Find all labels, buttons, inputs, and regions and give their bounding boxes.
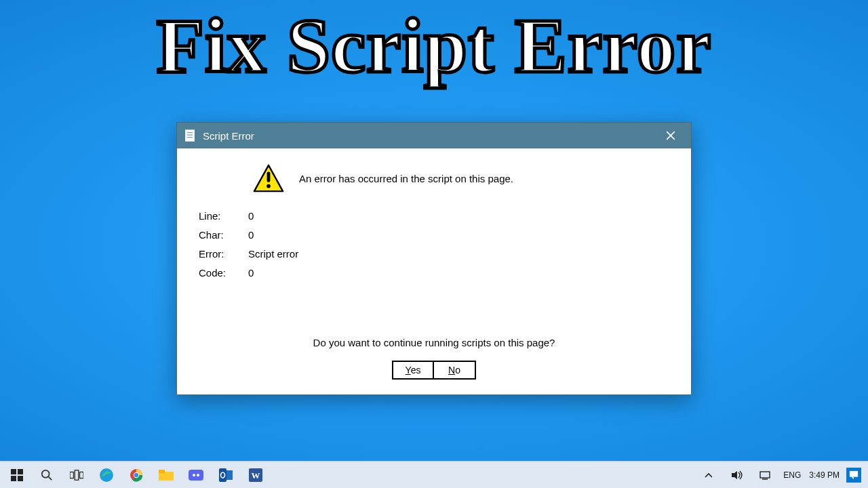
file-explorer-icon[interactable] bbox=[152, 462, 180, 489]
script-error-dialog: Script Error An error has occurred in th bbox=[176, 122, 692, 395]
headline-text: Fix Script Error bbox=[0, 7, 868, 85]
search-button[interactable] bbox=[33, 462, 61, 489]
svg-rect-35 bbox=[850, 470, 858, 476]
svg-point-18 bbox=[100, 468, 113, 482]
word-icon[interactable]: W bbox=[241, 462, 270, 489]
outlook-icon[interactable] bbox=[212, 462, 240, 489]
code-label: Code: bbox=[199, 264, 236, 283]
svg-rect-10 bbox=[18, 469, 23, 474]
task-view-button[interactable] bbox=[62, 462, 91, 489]
error-label: Error: bbox=[199, 245, 236, 264]
clock[interactable]: 3:49 PM bbox=[809, 470, 840, 480]
svg-point-26 bbox=[197, 474, 199, 476]
dialog-body: An error has occurred in the script on t… bbox=[177, 148, 691, 394]
error-details: Line: 0 Char: 0 Error: Script error Code… bbox=[199, 207, 673, 283]
svg-rect-15 bbox=[70, 472, 73, 478]
svg-rect-24 bbox=[189, 470, 203, 481]
desktop: Fix Script Error Script Error bbox=[0, 0, 868, 488]
svg-rect-17 bbox=[80, 472, 83, 478]
svg-rect-9 bbox=[11, 469, 16, 474]
svg-point-13 bbox=[42, 470, 50, 477]
svg-rect-33 bbox=[760, 472, 770, 478]
dialog-title: Script Error bbox=[203, 130, 657, 142]
action-center-icon[interactable] bbox=[846, 468, 861, 483]
svg-rect-12 bbox=[18, 476, 23, 481]
svg-rect-23 bbox=[159, 470, 165, 473]
svg-text:W: W bbox=[252, 470, 260, 481]
close-button[interactable] bbox=[657, 123, 684, 148]
svg-rect-28 bbox=[219, 468, 226, 482]
no-button[interactable]: No bbox=[434, 361, 476, 380]
svg-rect-7 bbox=[267, 171, 271, 182]
dialog-buttons: YesNo bbox=[195, 361, 673, 380]
chrome-icon[interactable] bbox=[122, 462, 151, 489]
tray-chevron-icon[interactable] bbox=[698, 462, 719, 489]
language-indicator[interactable]: ENG bbox=[783, 470, 801, 480]
svg-point-21 bbox=[134, 472, 138, 476]
taskbar[interactable]: W ENG 3:49 PM bbox=[0, 461, 868, 488]
char-label: Char: bbox=[199, 226, 236, 245]
svg-rect-11 bbox=[11, 476, 16, 481]
error-value: Script error bbox=[248, 245, 298, 264]
discord-icon[interactable] bbox=[182, 462, 210, 489]
line-label: Line: bbox=[199, 207, 236, 226]
svg-rect-0 bbox=[185, 129, 195, 142]
char-value: 0 bbox=[248, 226, 254, 245]
volume-icon[interactable] bbox=[726, 462, 748, 489]
svg-marker-36 bbox=[852, 476, 854, 479]
svg-marker-32 bbox=[732, 471, 737, 479]
continue-prompt: Do you want to continue running scripts … bbox=[195, 337, 673, 348]
line-value: 0 bbox=[248, 207, 254, 226]
svg-point-25 bbox=[193, 474, 195, 476]
start-button[interactable] bbox=[3, 462, 31, 489]
warning-icon bbox=[253, 163, 284, 193]
document-icon bbox=[184, 129, 196, 142]
yes-button[interactable]: Yes bbox=[392, 361, 434, 380]
error-message: An error has occurred in the script on t… bbox=[299, 173, 513, 184]
edge-icon[interactable] bbox=[92, 462, 121, 489]
network-icon[interactable] bbox=[755, 462, 776, 489]
dialog-titlebar[interactable]: Script Error bbox=[177, 123, 691, 148]
svg-rect-16 bbox=[75, 470, 78, 480]
code-value: 0 bbox=[248, 264, 254, 283]
svg-point-8 bbox=[267, 184, 271, 188]
svg-line-14 bbox=[49, 476, 52, 480]
